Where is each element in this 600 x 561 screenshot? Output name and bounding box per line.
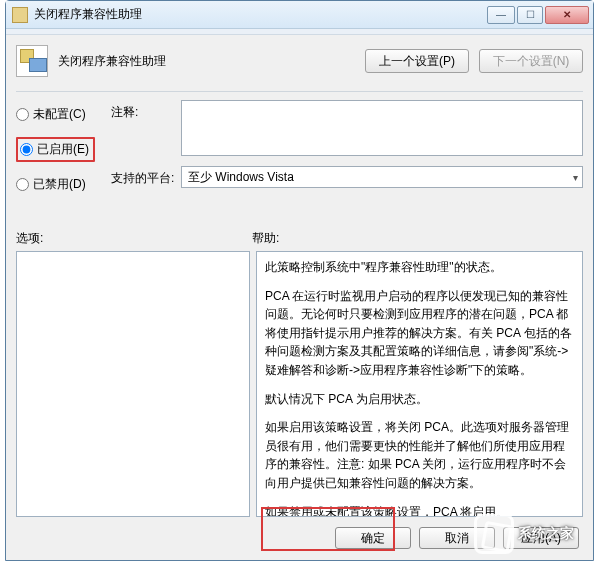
page-title: 关闭程序兼容性助理 — [58, 53, 355, 70]
footer: 确定 取消 应用(A) — [16, 517, 583, 549]
panes: 此策略控制系统中"程序兼容性助理"的状态。 PCA 在运行时监视用户启动的程序以… — [16, 251, 583, 517]
dialog-body: 关闭程序兼容性助理 上一个设置(P) 下一个设置(N) 未配置(C) 已启用(E… — [6, 35, 593, 560]
window-title: 关闭程序兼容性助理 — [34, 6, 487, 23]
enabled-highlight: 已启用(E) — [16, 137, 95, 162]
radio-not-configured-input[interactable] — [16, 108, 29, 121]
help-label: 帮助: — [252, 230, 279, 247]
header-row: 关闭程序兼容性助理 上一个设置(P) 下一个设置(N) — [16, 41, 583, 87]
comment-label: 注释: — [111, 100, 181, 121]
help-p1: 此策略控制系统中"程序兼容性助理"的状态。 — [265, 258, 574, 277]
apply-button[interactable]: 应用(A) — [503, 527, 579, 549]
mid-labels: 选项: 帮助: — [16, 230, 583, 247]
app-icon — [12, 7, 28, 23]
state-radio-group: 未配置(C) 已启用(E) 已禁用(D) — [16, 100, 95, 198]
window-buttons: — ☐ ✕ — [487, 6, 591, 24]
maximize-button[interactable]: ☐ — [517, 6, 543, 24]
options-pane[interactable] — [16, 251, 250, 517]
next-setting-button[interactable]: 下一个设置(N) — [479, 49, 583, 73]
radio-enabled[interactable]: 已启用(E) — [20, 141, 89, 158]
platform-value: 至少 Windows Vista — [188, 169, 294, 186]
previous-setting-button[interactable]: 上一个设置(P) — [365, 49, 469, 73]
radio-disabled[interactable]: 已禁用(D) — [16, 176, 95, 193]
help-p3: 默认情况下 PCA 为启用状态。 — [265, 390, 574, 409]
dialog-window: 关闭程序兼容性助理 — ☐ ✕ 关闭程序兼容性助理 上一个设置(P) 下一个设置… — [5, 0, 594, 561]
close-button[interactable]: ✕ — [545, 6, 589, 24]
titlebar: 关闭程序兼容性助理 — ☐ ✕ — [6, 1, 593, 29]
platform-row: 支持的平台: 至少 Windows Vista ▾ — [111, 166, 583, 188]
help-p2: PCA 在运行时监视用户启动的程序以便发现已知的兼容性问题。无论何时只要检测到应… — [265, 287, 574, 380]
comment-input[interactable] — [181, 100, 583, 156]
radio-enabled-input[interactable] — [20, 143, 33, 156]
minimize-button[interactable]: — — [487, 6, 515, 24]
platform-label: 支持的平台: — [111, 166, 181, 187]
options-label: 选项: — [16, 230, 252, 247]
ok-button[interactable]: 确定 — [335, 527, 411, 549]
cancel-button[interactable]: 取消 — [419, 527, 495, 549]
divider — [16, 91, 583, 92]
help-pane[interactable]: 此策略控制系统中"程序兼容性助理"的状态。 PCA 在运行时监视用户启动的程序以… — [256, 251, 583, 517]
radio-enabled-label: 已启用(E) — [37, 141, 89, 158]
help-p4: 如果启用该策略设置，将关闭 PCA。此选项对服务器管理员很有用，他们需要更快的性… — [265, 418, 574, 492]
radio-disabled-label: 已禁用(D) — [33, 176, 86, 193]
policy-icon — [16, 45, 48, 77]
config-area: 未配置(C) 已启用(E) 已禁用(D) 注释: — [16, 100, 583, 198]
radio-not-configured[interactable]: 未配置(C) — [16, 106, 95, 123]
chevron-down-icon: ▾ — [573, 172, 578, 183]
radio-disabled-input[interactable] — [16, 178, 29, 191]
platform-select[interactable]: 至少 Windows Vista ▾ — [181, 166, 583, 188]
help-p5: 如果禁用或未配置该策略设置，PCA 将启用。 — [265, 503, 574, 517]
comment-row: 注释: — [111, 100, 583, 156]
radio-not-configured-label: 未配置(C) — [33, 106, 86, 123]
right-fields: 注释: 支持的平台: 至少 Windows Vista ▾ — [111, 100, 583, 198]
